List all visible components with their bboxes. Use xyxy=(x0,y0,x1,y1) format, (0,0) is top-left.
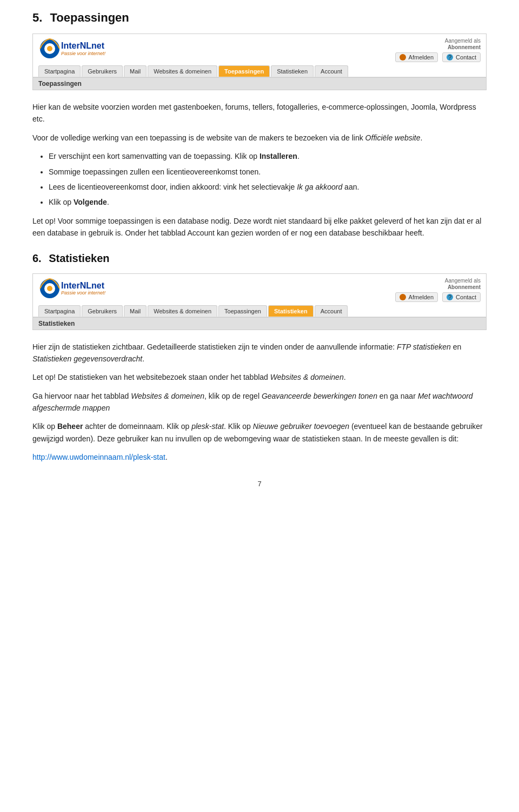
para-6-5: http://www.uwdomeinnaam.nl/plesk-stat. xyxy=(32,451,487,463)
nav-tab-statistieken-2[interactable]: Statistieken xyxy=(268,305,314,317)
officiele-website-label: Officiële website xyxy=(365,133,421,142)
screenshot-toepassingen: InterNLnet Passie voor internet! Aangeme… xyxy=(32,33,487,90)
inl-logo-icon-2 xyxy=(38,277,61,300)
inl-logo-name-1: InterNLnet xyxy=(61,41,105,51)
inl-logo-text-2: InterNLnet Passie voor internet! xyxy=(61,281,105,296)
para-6-3: Ga hiervoor naar het tabblad Websites & … xyxy=(32,390,487,414)
websites-domeinen-label-2: Websites & domeinen xyxy=(131,392,204,400)
para-5-3: Let op! Voor sommige toepassingen is een… xyxy=(32,215,487,239)
nav-tab-startpagina-1[interactable]: Startpagina xyxy=(38,65,81,77)
section-6: 6. Statistieken InterNLnet Passie xyxy=(32,252,487,464)
bullet-5-2: Sommige toepassingen zullen een licentie… xyxy=(49,166,487,178)
section-6-number: 6. xyxy=(32,252,42,264)
contact-label-1: Contact xyxy=(456,54,476,61)
volgende-label: Volgende xyxy=(74,198,107,206)
nav-tab-account-2[interactable]: Account xyxy=(315,305,348,317)
para-6-4: Klik op Beheer achter de domeinnaam. Kli… xyxy=(32,420,487,445)
inl-top-row-2: InterNLnet Passie voor internet! Aangeme… xyxy=(38,277,481,302)
met-wachtwoord-label: Met wachtwoord afgeschermde mappen xyxy=(32,392,473,412)
contact-button-1[interactable]: ? Contact xyxy=(442,52,481,62)
nav-tab-account-1[interactable]: Account xyxy=(315,65,348,77)
para-6-2: Let op! De statistieken van het websiteb… xyxy=(32,371,487,383)
inl-aangemeld-2: Aangemeld als Abonnement xyxy=(445,277,481,290)
afmeld-icon-2 xyxy=(400,294,406,300)
inl-nav-2: Startpagina Gebruikers Mail Websites & d… xyxy=(38,304,481,317)
inl-logo-icon-1 xyxy=(38,37,61,60)
nav-tab-startpagina-2[interactable]: Startpagina xyxy=(38,305,81,317)
abonnement-value-1: Abonnement xyxy=(448,44,481,50)
contact-label-2: Contact xyxy=(456,294,476,300)
nav-tab-gebruikers-1[interactable]: Gebruikers xyxy=(82,65,123,77)
nieuwe-gebruiker-label: Nieuwe gebruiker toevoegen xyxy=(253,422,349,431)
contact-icon-1: ? xyxy=(447,54,453,61)
bullet-5-1: Er verschijnt een kort samenvatting van … xyxy=(49,150,487,162)
contact-icon-2: ? xyxy=(447,294,453,300)
inl-top-right-2: Aangemeld als Abonnement Afmelden ? Cont… xyxy=(395,277,481,302)
inl-top-row-1: InterNLnet Passie voor internet! Aangeme… xyxy=(38,37,481,62)
nav-tab-toepassingen-2[interactable]: Toepassingen xyxy=(218,305,267,317)
inl-header-1: InterNLnet Passie voor internet! Aangeme… xyxy=(33,34,486,77)
section-5-number: 5. xyxy=(32,11,42,24)
page-number: 7 xyxy=(32,480,487,488)
section-6-title: 6. Statistieken xyxy=(32,252,487,265)
inl-top-right-1: Aangemeld als Abonnement Afmelden ? Cont… xyxy=(395,37,481,62)
afmelden-label-1: Afmelden xyxy=(409,54,434,61)
section-5-body: Hier kan de website voorzien worden met … xyxy=(32,101,487,239)
inl-aangemeld-1: Aangemeld als Abonnement xyxy=(445,37,481,50)
inl-header-2: InterNLnet Passie voor internet! Aangeme… xyxy=(33,274,486,317)
ik-ga-akkoord-label: Ik ga akkoord xyxy=(297,183,342,191)
para-6-1: Hier zijn de statistieken zichtbaar. Ged… xyxy=(32,341,487,365)
inl-actions-1: Afmelden ? Contact xyxy=(395,52,481,62)
para-5-1: Hier kan de website voorzien worden met … xyxy=(32,101,487,125)
inl-logo-name-2: InterNLnet xyxy=(61,281,105,291)
inl-nav-1: Startpagina Gebruikers Mail Websites & d… xyxy=(38,64,481,77)
nav-tab-mail-2[interactable]: Mail xyxy=(124,305,147,317)
nav-tab-toepassingen-1[interactable]: Toepassingen xyxy=(218,65,270,77)
geavanceerde-label: Geavanceerde bewerkingen tonen xyxy=(262,392,377,400)
nav-tab-websites-1[interactable]: Websites & domeinen xyxy=(148,65,217,77)
inl-logo-tagline-1: Passie voor internet! xyxy=(61,51,105,56)
nav-tab-statistieken-1[interactable]: Statistieken xyxy=(271,65,314,77)
afmelden-label-2: Afmelden xyxy=(409,294,434,300)
aangemeld-label-2: Aangemeld als xyxy=(445,278,481,284)
screenshot-statistieken: InterNLnet Passie voor internet! Aangeme… xyxy=(32,273,487,330)
afmelden-button-2[interactable]: Afmelden xyxy=(395,292,438,302)
installeren-label: Installeren xyxy=(260,152,297,160)
section-5: 5. Toepassingen InterNLnet Passie xyxy=(32,11,487,239)
section-6-body: Hier zijn de statistieken zichtbaar. Ged… xyxy=(32,341,487,464)
websites-domeinen-label-1: Websites & domeinen xyxy=(270,373,344,381)
beheer-label: Beheer xyxy=(57,422,83,431)
page-label-2: Statistieken xyxy=(33,317,486,330)
nav-tab-mail-1[interactable]: Mail xyxy=(124,65,147,77)
aangemeld-label-1: Aangemeld als xyxy=(445,38,481,44)
contact-button-2[interactable]: ? Contact xyxy=(442,292,481,302)
inl-logo-2: InterNLnet Passie voor internet! xyxy=(38,277,105,300)
nav-tab-gebruikers-2[interactable]: Gebruikers xyxy=(82,305,123,317)
afmeld-icon-1 xyxy=(400,54,406,61)
inl-actions-2: Afmelden ? Contact xyxy=(395,292,481,302)
bullet-5-4: Klik op Volgende. xyxy=(49,196,487,208)
bullet-5-3: Lees de licentieovereenkomst door, indie… xyxy=(49,181,487,193)
section-5-title: 5. Toepassingen xyxy=(32,11,487,25)
svg-point-5 xyxy=(47,286,52,291)
bullets-5: Er verschijnt een kort samenvatting van … xyxy=(32,150,487,209)
page-label-1: Toepassingen xyxy=(33,77,486,90)
plesk-stat-label: plesk-stat xyxy=(191,422,224,431)
svg-point-2 xyxy=(47,46,52,51)
inl-logo-text-1: InterNLnet Passie voor internet! xyxy=(61,41,105,56)
para-5-2: Voor de volledige werking van een toepas… xyxy=(32,132,487,144)
ftp-statistieken-label: FTP statistieken xyxy=(397,343,451,351)
plesk-stat-link[interactable]: http://www.uwdomeinnaam.nl/plesk-stat xyxy=(32,453,165,461)
inl-logo-1: InterNLnet Passie voor internet! xyxy=(38,37,105,60)
afmelden-button-1[interactable]: Afmelden xyxy=(395,52,438,62)
inl-logo-tagline-2: Passie voor internet! xyxy=(61,290,105,296)
nav-tab-websites-2[interactable]: Websites & domeinen xyxy=(148,305,217,317)
stat-gegevens-label: Statistieken gegevensoverdracht xyxy=(32,354,142,363)
abonnement-value-2: Abonnement xyxy=(448,284,481,290)
